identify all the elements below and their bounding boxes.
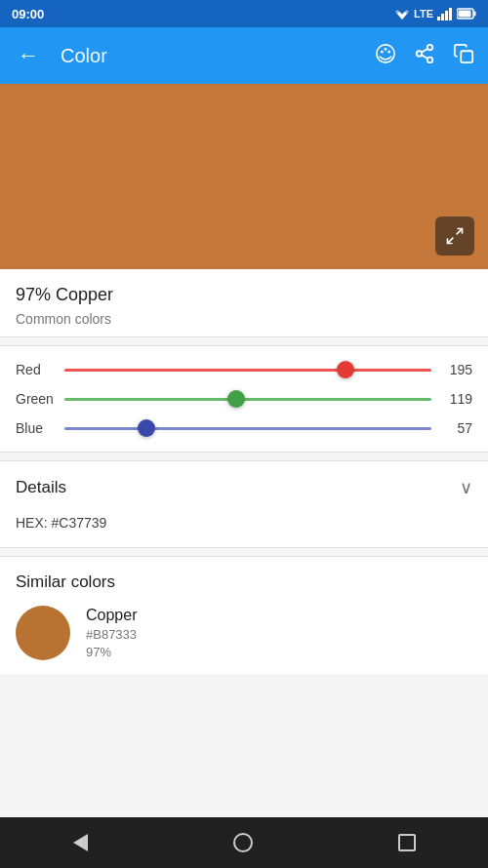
sliders-section: Red 195 Green 119 Blue 57 (0, 345, 488, 453)
lte-label: LTE (414, 8, 433, 20)
fullscreen-icon (445, 226, 465, 246)
green-track (64, 398, 431, 401)
details-header[interactable]: Details ∨ (0, 461, 488, 514)
similar-color-hex: #B87333 (86, 627, 137, 642)
similar-color-name: Copper (86, 607, 137, 624)
blue-slider-row: Blue 57 (16, 418, 472, 438)
nav-recents-button[interactable] (379, 826, 435, 859)
battery-icon (457, 8, 476, 20)
fullscreen-button[interactable] (435, 217, 474, 256)
svg-point-12 (387, 50, 390, 53)
red-label: Red (16, 362, 55, 377)
svg-point-14 (417, 51, 423, 57)
similar-color-item[interactable]: Copper #B87333 97% (16, 606, 472, 674)
color-preview (0, 84, 488, 269)
share-icon[interactable] (414, 43, 435, 69)
svg-point-10 (381, 50, 384, 53)
green-slider-row: Green 119 (16, 389, 472, 409)
svg-rect-18 (461, 51, 472, 62)
green-label: Green (16, 391, 55, 407)
similar-color-percent: 97% (86, 645, 137, 659)
status-time: 09:00 (12, 7, 44, 21)
nav-home-button[interactable] (214, 825, 272, 860)
bottom-nav (0, 817, 488, 868)
palette-icon[interactable] (375, 43, 396, 69)
svg-line-20 (448, 238, 454, 244)
wifi-icon (394, 8, 410, 20)
svg-rect-2 (437, 17, 440, 20)
svg-point-11 (385, 48, 387, 51)
svg-rect-7 (474, 12, 476, 17)
svg-point-13 (427, 44, 433, 50)
details-content: HEX: #C37739 (0, 514, 488, 547)
chevron-down-icon: ∨ (460, 477, 472, 498)
copy-icon[interactable] (453, 43, 474, 69)
blue-track (64, 427, 431, 430)
back-button[interactable]: ← (14, 39, 43, 72)
similar-colors-title: Similar colors (16, 572, 472, 592)
color-name-section: 97% Copper Common colors (0, 269, 488, 337)
svg-rect-5 (449, 8, 452, 20)
app-bar-title: Color (61, 45, 357, 67)
blue-slider-container[interactable] (64, 418, 431, 438)
svg-line-16 (422, 55, 427, 59)
hex-value: HEX: #C37739 (16, 515, 106, 531)
svg-marker-1 (395, 10, 409, 20)
status-bar: 09:00 LTE (0, 0, 488, 27)
red-slider-row: Red 195 (16, 360, 472, 379)
red-value: 195 (441, 362, 472, 377)
red-thumb[interactable] (337, 361, 354, 378)
svg-line-17 (422, 48, 427, 52)
blue-thumb[interactable] (138, 419, 155, 437)
red-slider-container[interactable] (64, 360, 431, 379)
app-bar-actions (375, 43, 474, 69)
app-bar: ← Color (0, 27, 488, 84)
svg-point-15 (427, 57, 433, 61)
svg-line-19 (457, 229, 463, 235)
svg-rect-8 (459, 11, 471, 18)
details-section: Details ∨ HEX: #C37739 (0, 460, 488, 548)
red-track (64, 369, 431, 372)
common-colors-link[interactable]: Common colors (16, 311, 472, 327)
similar-color-info: Copper #B87333 97% (86, 607, 137, 659)
blue-value: 57 (441, 420, 472, 436)
svg-rect-4 (445, 11, 448, 20)
details-title: Details (16, 478, 66, 497)
color-percentage-name: 97% Copper (16, 285, 472, 305)
similar-color-swatch (16, 606, 70, 660)
share-svg (414, 43, 435, 64)
blue-label: Blue (16, 420, 55, 436)
status-icons: LTE (394, 8, 476, 20)
green-slider-container[interactable] (64, 389, 431, 409)
svg-rect-3 (441, 14, 444, 20)
green-thumb[interactable] (227, 390, 245, 408)
nav-back-button[interactable] (54, 826, 107, 859)
signal-icon (437, 8, 453, 20)
green-value: 119 (441, 391, 472, 407)
palette-svg (375, 43, 396, 64)
similar-section: Similar colors Copper #B87333 97% (0, 556, 488, 674)
copy-svg (453, 43, 474, 64)
